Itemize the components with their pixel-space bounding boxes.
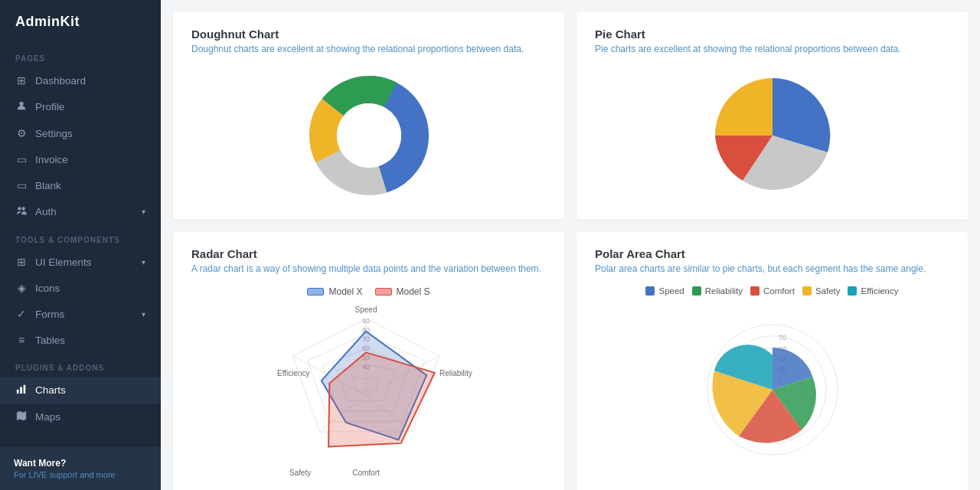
legend-comfort: Comfort: [750, 286, 795, 296]
polar-chart-title: Polar Area Chart: [595, 247, 949, 260]
maps-icon: [15, 410, 28, 423]
sidebar-item-label: Blank: [35, 180, 61, 191]
support-text: For LIVE support and more: [14, 470, 147, 479]
sidebar: AdminKit Pages ⊞ Dashboard Profile ⚙ Set…: [0, 0, 161, 490]
polar-chart-card: Polar Area Chart Polar area charts are s…: [577, 232, 968, 490]
sidebar-item-label: Maps: [35, 411, 60, 423]
main-content: Doughnut Chart Doughnut charts are excel…: [161, 0, 980, 490]
legend-label-reliability: Reliability: [705, 286, 743, 296]
sidebar-item-blank[interactable]: ▭ Blank: [0, 172, 161, 198]
sidebar-item-label: Tables: [35, 335, 65, 346]
plugins-section-label: Plugins & Addons: [0, 353, 161, 377]
radar-chart-desc: A radar chart is a way of showing multip…: [191, 263, 546, 274]
svg-rect-3: [17, 390, 19, 394]
legend-dot-speed: [645, 286, 655, 296]
sidebar-item-ui-elements[interactable]: ⊞ UI Elements ▾: [0, 249, 161, 275]
pie-chart-desc: Pie charts are excellent at showing the …: [595, 44, 949, 54]
sidebar-item-settings[interactable]: ⚙ Settings: [0, 120, 161, 146]
legend-dot-efficiency: [848, 286, 857, 296]
legend-dot-reliability: [692, 286, 701, 296]
invoice-icon: ▭: [15, 153, 28, 165]
svg-text:Reliability: Reliability: [439, 369, 472, 377]
legend-label-model-x: Model X: [328, 286, 362, 297]
svg-point-2: [21, 207, 24, 210]
tools-section-label: Tools & Components: [0, 225, 161, 249]
sidebar-item-charts[interactable]: Charts: [0, 377, 161, 403]
svg-point-13: [337, 103, 401, 168]
profile-icon: [15, 100, 28, 113]
charts-icon: [15, 384, 28, 397]
legend-label-safety: Safety: [815, 286, 841, 296]
polar-legend: Speed Reliability Comfort Safety Efficie…: [595, 286, 949, 296]
sidebar-item-label: Charts: [35, 384, 66, 396]
svg-rect-5: [24, 385, 26, 394]
want-more-label: Want More?: [14, 458, 147, 469]
sidebar-item-invoice[interactable]: ▭ Invoice: [0, 146, 161, 172]
pie-chart-card: Pie Chart Pie charts are excellent at sh…: [577, 12, 968, 220]
sidebar-item-label: Invoice: [35, 154, 68, 165]
chevron-down-icon: ▾: [142, 258, 145, 266]
legend-color-model-x: [307, 288, 324, 296]
svg-text:Safety: Safety: [289, 469, 310, 477]
legend-dot-safety: [802, 286, 812, 296]
legend-speed: Speed: [645, 286, 684, 296]
sidebar-item-dashboard[interactable]: ⊞ Dashboard: [0, 67, 161, 93]
icons-icon: ◈: [15, 282, 28, 294]
sidebar-item-icons[interactable]: ◈ Icons: [0, 275, 161, 301]
sidebar-item-label: Icons: [35, 283, 60, 294]
sidebar-item-label: Auth: [35, 206, 57, 217]
sidebar-item-label: UI Elements: [35, 256, 92, 268]
donut-chart-area: [191, 67, 546, 204]
svg-text:Efficiency: Efficiency: [277, 369, 310, 377]
app-logo: AdminKit: [0, 0, 161, 44]
legend-model-s: Model S: [375, 286, 430, 297]
polar-svg-container: 70 60 50 40 3: [595, 302, 949, 470]
chevron-down-icon: ▾: [142, 310, 145, 318]
polar-chart-desc: Polar area charts are similar to pie cha…: [595, 263, 949, 274]
radar-chart-visual: Model X Model S Speed 90 80 70 60 50 40: [191, 286, 546, 487]
polar-chart-visual: Speed Reliability Comfort Safety Efficie…: [595, 286, 949, 470]
radar-chart-title: Radar Chart: [191, 247, 546, 260]
pie-chart-visual: [704, 67, 841, 204]
sidebar-item-label: Settings: [35, 128, 73, 139]
pages-section-label: Pages: [0, 44, 161, 67]
legend-label-efficiency: Efficiency: [861, 286, 898, 296]
settings-icon: ⚙: [15, 127, 28, 139]
legend-efficiency: Efficiency: [848, 286, 898, 296]
legend-safety: Safety: [802, 286, 841, 296]
sidebar-item-tables[interactable]: ≡ Tables: [0, 327, 161, 353]
sidebar-item-label: Dashboard: [35, 75, 86, 87]
ui-elements-icon: ⊞: [15, 256, 28, 268]
sidebar-item-label: Forms: [35, 309, 64, 320]
tables-icon: ≡: [15, 334, 28, 346]
donut-chart-card: Doughnut Chart Doughnut charts are excel…: [173, 12, 564, 220]
legend-label-speed: Speed: [658, 286, 684, 296]
dashboard-icon: ⊞: [15, 74, 28, 87]
radar-svg-container: Speed 90 80 70 60 50 40 Reliability Effi…: [191, 303, 546, 487]
chevron-down-icon: ▾: [142, 207, 145, 216]
forms-icon: ✓: [15, 308, 28, 320]
legend-color-model-s: [375, 288, 392, 296]
donut-chart-visual: [300, 67, 438, 204]
sidebar-item-forms[interactable]: ✓ Forms ▾: [0, 301, 161, 327]
sidebar-item-profile[interactable]: Profile: [0, 93, 161, 120]
legend-label-comfort: Comfort: [763, 286, 795, 296]
sidebar-item-auth[interactable]: Auth ▾: [0, 198, 161, 225]
legend-model-x: Model X: [307, 286, 362, 297]
auth-icon: [15, 205, 28, 218]
legend-dot-comfort: [750, 286, 760, 296]
sidebar-bottom: Want More? For LIVE support and more: [0, 447, 161, 490]
donut-chart-desc: Doughnut charts are excellent at showing…: [191, 44, 546, 54]
radar-legend: Model X Model S: [191, 286, 546, 297]
sidebar-item-label: Profile: [35, 101, 64, 113]
sidebar-item-maps[interactable]: Maps: [0, 403, 161, 430]
svg-point-1: [18, 207, 21, 210]
svg-rect-4: [20, 387, 22, 394]
pie-chart-area: [595, 67, 949, 204]
svg-text:Comfort: Comfort: [352, 469, 380, 477]
svg-point-0: [19, 102, 23, 106]
svg-text:Speed: Speed: [354, 305, 377, 314]
radar-chart-card: Radar Chart A radar chart is a way of sh…: [173, 232, 564, 490]
legend-reliability: Reliability: [692, 286, 743, 296]
legend-label-model-s: Model S: [397, 286, 430, 297]
